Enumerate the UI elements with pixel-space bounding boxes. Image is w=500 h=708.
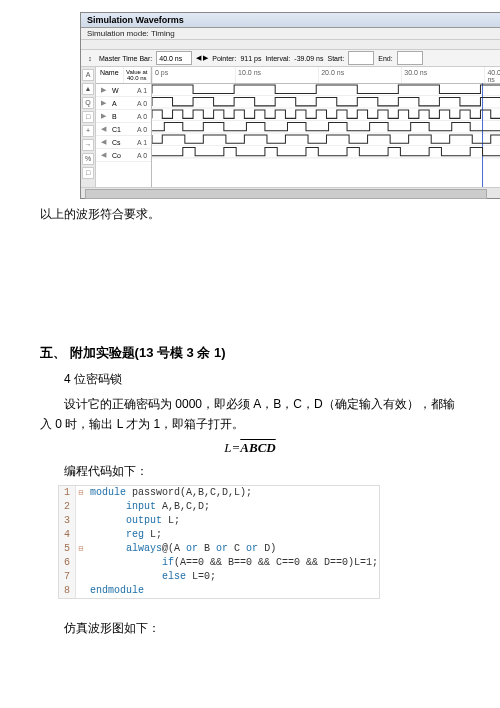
scrollbar-thumb[interactable] <box>85 189 487 199</box>
signal-row[interactable]: ◀CoA 0 <box>96 149 151 162</box>
code-text: always@(A or B or C or D) <box>86 542 379 556</box>
subtitle: 4 位密码锁 <box>40 370 460 389</box>
tool-icon[interactable]: % <box>82 153 94 165</box>
time-tick: 20.0 ns <box>318 67 401 83</box>
left-toolbar: A ▲ Q □ + → % □ <box>81 67 96 187</box>
wave-area[interactable]: 0 ps 10.0 ns 20.0 ns 30.0 ns 40.0 ns <box>152 67 500 187</box>
signal-row[interactable]: ◀CsA 1 <box>96 136 151 149</box>
fold-icon[interactable] <box>76 584 86 598</box>
end-label: End: <box>378 55 392 62</box>
tool-icon[interactable]: Q <box>82 97 94 109</box>
code-text: output L; <box>86 514 379 528</box>
code-text: reg L; <box>86 528 379 542</box>
signal-icon: ◀ <box>96 151 110 159</box>
tool-icon[interactable]: → <box>82 139 94 151</box>
start-input[interactable] <box>348 51 374 65</box>
time-scale: 0 ps 10.0 ns 20.0 ns 30.0 ns 40.0 ns <box>152 67 500 84</box>
fold-icon[interactable] <box>76 556 86 570</box>
time-tick: 0 ps <box>152 67 235 83</box>
formula-rhs: ABCD <box>240 440 275 455</box>
master-time-input[interactable] <box>156 51 192 65</box>
code-line: 6 if(A==0 && B==0 && C==0 && D==0)L=1; <box>59 556 379 570</box>
after-code-text: 仿真波形图如下： <box>40 619 460 638</box>
code-block: 1⊟module password(A,B,C,D,L);2 input A,B… <box>58 485 380 599</box>
fold-icon[interactable] <box>76 500 86 514</box>
fold-icon[interactable] <box>76 570 86 584</box>
signal-icon: ▶ <box>96 86 110 94</box>
signal-value: A 0 <box>133 126 151 133</box>
window-title: Simulation Waveforms <box>81 13 500 28</box>
tool-icon[interactable]: + <box>82 125 94 137</box>
signal-icon: ▶ <box>96 99 110 107</box>
signal-value: A 1 <box>133 87 151 94</box>
formula-lhs: L= <box>224 440 240 455</box>
tool-icon[interactable]: A <box>82 69 94 81</box>
fold-icon[interactable] <box>76 514 86 528</box>
pointer-label: Pointer: <box>212 55 236 62</box>
signal-name: C1 <box>110 126 133 133</box>
code-text: else L=0; <box>86 570 379 584</box>
pointer-arrows[interactable]: ◀ ▶ <box>196 54 208 62</box>
time-tick: 10.0 ns <box>235 67 318 83</box>
code-text: if(A==0 && B==0 && C==0 && D==0)L=1; <box>86 556 379 570</box>
code-line: 3 output L; <box>59 514 379 528</box>
waveform-window: Simulation Waveforms Simulation mode: Ti… <box>80 12 500 199</box>
tool-icon[interactable]: ▲ <box>82 83 94 95</box>
formula: L=ABCD <box>40 440 460 456</box>
line-number: 2 <box>59 500 76 514</box>
signal-icon: ▶ <box>96 112 110 120</box>
fold-icon[interactable]: ⊟ <box>76 486 86 500</box>
code-line: 1⊟module password(A,B,C,D,L); <box>59 486 379 500</box>
wave-body: A ▲ Q □ + → % □ Name Value at 40.0 ns ▶W… <box>81 67 500 187</box>
signal-row[interactable]: ▶WA 1 <box>96 84 151 97</box>
signal-value: A 0 <box>133 100 151 107</box>
signal-value: A 0 <box>133 113 151 120</box>
tool-icon[interactable]: □ <box>82 111 94 123</box>
signal-row[interactable]: ▶BA 0 <box>96 110 151 123</box>
mode-label: Simulation mode: Timing <box>81 28 500 40</box>
fold-icon[interactable] <box>76 528 86 542</box>
line-number: 1 <box>59 486 76 500</box>
signal-name: B <box>110 113 133 120</box>
line-number: 6 <box>59 556 76 570</box>
code-text: endmodule <box>86 584 379 598</box>
master-time-label: Master Time Bar: <box>99 55 152 62</box>
h-scrollbar[interactable] <box>81 187 500 198</box>
time-tick: 30.0 ns <box>401 67 484 83</box>
signal-row[interactable]: ◀C1A 0 <box>96 123 151 136</box>
end-input[interactable] <box>397 51 423 65</box>
signal-name: Co <box>110 152 133 159</box>
name-header: Name <box>96 67 124 83</box>
line-number: 8 <box>59 584 76 598</box>
interval-value: -39.09 ns <box>294 55 323 62</box>
interval-label: Interval: <box>265 55 290 62</box>
spacer <box>81 40 500 50</box>
start-label: Start: <box>328 55 345 62</box>
cursor-icon: ↕ <box>85 55 95 62</box>
fold-icon[interactable]: ⊟ <box>76 542 86 556</box>
signal-panel: Name Value at 40.0 ns ▶WA 1▶AA 0▶BA 0◀C1… <box>96 67 152 187</box>
signal-icon: ◀ <box>96 125 110 133</box>
code-line: 5⊟ always@(A or B or C or D) <box>59 542 379 556</box>
code-line: 7 else L=0; <box>59 570 379 584</box>
signal-name: Cs <box>110 139 133 146</box>
line-number: 7 <box>59 570 76 584</box>
caption-text: 以上的波形符合要求。 <box>40 205 460 224</box>
waveform-svg <box>152 83 500 187</box>
description: 设计它的正确密码为 0000，即必须 A，B，C，D（确定输入有效），都输入 0… <box>40 395 460 433</box>
section-heading: 五、 附加实验题(13 号模 3 余 1) <box>40 344 460 362</box>
code-line: 8endmodule <box>59 584 379 598</box>
line-number: 3 <box>59 514 76 528</box>
signal-name: W <box>110 87 133 94</box>
signal-name: A <box>110 100 133 107</box>
pointer-value: 911 ps <box>240 55 261 62</box>
tool-icon[interactable]: □ <box>82 167 94 179</box>
line-number: 5 <box>59 542 76 556</box>
code-text: input A,B,C,D; <box>86 500 379 514</box>
line-number: 4 <box>59 528 76 542</box>
signal-value: A 0 <box>133 152 151 159</box>
signal-row[interactable]: ▶AA 0 <box>96 97 151 110</box>
time-tick: 40.0 ns <box>484 67 500 83</box>
signal-icon: ◀ <box>96 138 110 146</box>
code-intro: 编程代码如下： <box>40 462 460 481</box>
